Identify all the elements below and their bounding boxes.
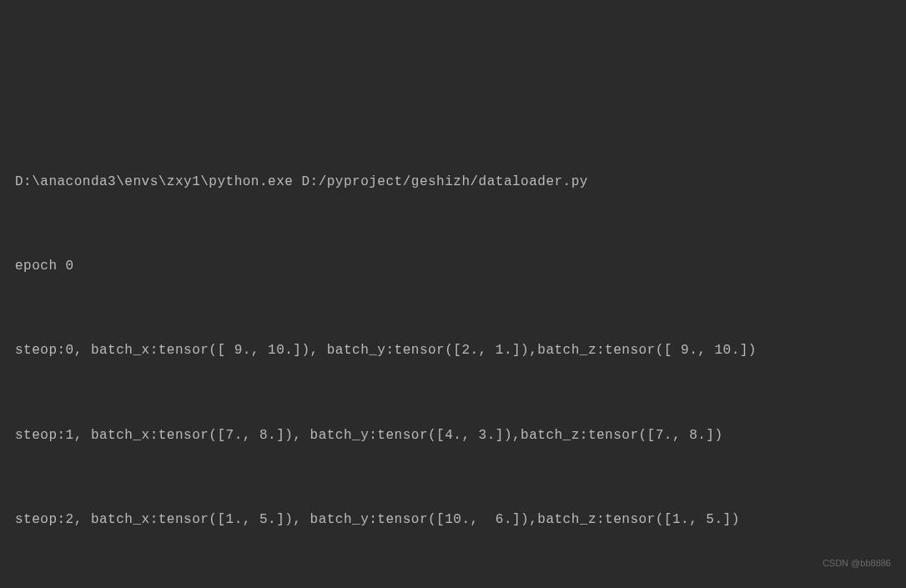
- console-line: steop:0, batch_x:tensor([ 9., 10.]), bat…: [15, 337, 891, 365]
- watermark: CSDN @bb8886: [823, 550, 891, 578]
- console-line: epoch 0: [15, 253, 891, 281]
- console-line: steop:1, batch_x:tensor([7., 8.]), batch…: [15, 422, 891, 450]
- console-line: D:\anaconda3\envs\zxy1\python.exe D:/pyp…: [15, 168, 891, 197]
- console-output[interactable]: D:\anaconda3\envs\zxy1\python.exe D:/pyp…: [15, 113, 891, 588]
- console-line: steop:2, batch_x:tensor([1., 5.]), batch…: [15, 506, 891, 535]
